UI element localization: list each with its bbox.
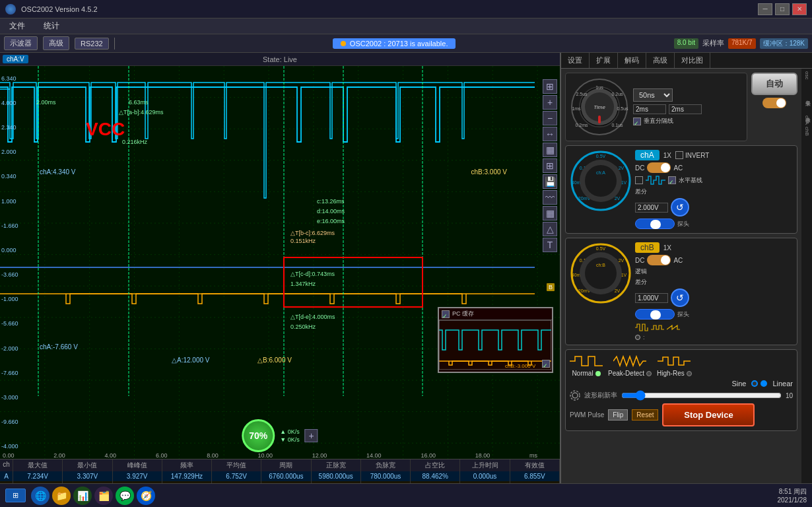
header-ch: ch: [0, 459, 13, 471]
maximize-btn[interactable]: □: [775, 3, 790, 15]
cha-coupling-knob: [661, 163, 670, 172]
cha-hmline-cb[interactable]: [668, 176, 676, 184]
y-label-13: -7.660: [1, 370, 34, 376]
t-0: 0.00: [3, 452, 15, 459]
t-btn[interactable]: T: [543, 238, 557, 252]
taskbar-app-1[interactable]: 📁: [52, 487, 71, 505]
zoom-out-btn[interactable]: −: [543, 111, 557, 125]
highres-wave-preview: [658, 354, 691, 368]
waveform-area[interactable]: VCC 6.340 4.000 2.340 2.000 0.340 1.000 …: [0, 66, 560, 459]
title-bar-controls[interactable]: ─ □ ✕: [758, 3, 807, 15]
time-select-row: 50ns 100ns 200ns 1us 2ms: [633, 88, 702, 102]
cha-refresh-btn[interactable]: ↺: [671, 198, 689, 217]
svg-text:1V: 1V: [621, 180, 627, 185]
t-unit: ms: [529, 452, 537, 459]
trig-b-indicator: B: [547, 282, 555, 291]
chb-header: chB 1X: [635, 242, 793, 253]
linear-radio[interactable]: [761, 380, 767, 387]
tab-decode[interactable]: 解码: [618, 53, 646, 68]
bars-btn[interactable]: ▦: [543, 143, 557, 157]
state-live: State: Live: [263, 55, 297, 63]
mode-section: Normal Peak-Detect: [565, 349, 797, 431]
reset-btn[interactable]: Reset: [632, 409, 658, 421]
close-btn[interactable]: ✕: [792, 3, 807, 15]
grid-btn[interactable]: ⊞: [543, 158, 557, 173]
auto-btn[interactable]: 自动: [751, 73, 797, 95]
toolbar-rs232-btn[interactable]: RS232: [75, 38, 109, 50]
time-input-1[interactable]: [633, 104, 666, 114]
chb-coupling-knob: [661, 255, 670, 265]
chb-volt-label: chB:3.000 V: [471, 168, 507, 176]
toolbar-scope-btn[interactable]: 示波器: [4, 36, 38, 50]
zoom-buttons[interactable]: ⊞ + − ↔ ▦ ⊞ 💾 〰 ▦ △ T: [543, 79, 557, 252]
cha-ac-label: AC: [673, 164, 683, 172]
chb-logic-label: 逻辑: [635, 267, 647, 276]
taskbar-app-4[interactable]: 💬: [116, 487, 134, 505]
minimize-btn[interactable]: ─: [758, 3, 772, 15]
save-btn[interactable]: 💾: [543, 174, 557, 189]
chb-volt-input[interactable]: [635, 293, 668, 303]
pc-cache-confirm-cb[interactable]: [542, 360, 550, 368]
cha-probe-slider[interactable]: [635, 219, 675, 229]
t-4: 4.00: [105, 452, 117, 459]
time-knob-svg: 1us 0.2us 0.5us 0.1us 0.2ms 1ms 2.5us T: [570, 77, 629, 137]
taskbar-app-0[interactable]: 🌐: [31, 487, 50, 505]
progress-circle: 70%: [242, 419, 275, 452]
sine-linear-row: Sine Linear: [570, 380, 793, 388]
chb-refresh-btn[interactable]: ↺: [671, 288, 689, 307]
pc-cache-checkbox[interactable]: [442, 310, 450, 318]
zoom-arrow-btn[interactable]: ↔: [543, 127, 557, 141]
sine-radio[interactable]: [751, 380, 758, 387]
main-area: chA:V State: Live: [0, 53, 812, 507]
chb-knob-svg: 0.5V 0.2V 1V 2V 20mV 40mV 0.1V ch:B: [570, 242, 632, 305]
wave-rate-slider[interactable]: [621, 390, 782, 401]
chb-pulse-icon: [651, 323, 664, 332]
cha-volt-input[interactable]: [635, 203, 668, 213]
time-select[interactable]: 50ns 100ns 200ns 1us 2ms: [633, 88, 673, 102]
chb-logic-row: 逻辑: [635, 267, 793, 276]
trig-b-badge: B: [547, 283, 555, 291]
time-knob-container[interactable]: 1us 0.2us 0.5us 0.1us 0.2ms 1ms 2.5us T: [570, 77, 629, 137]
toolbar: 示波器 高级 RS232 OSC2002 : 20713 is availabl…: [0, 34, 812, 53]
osc-toggle[interactable]: [762, 98, 786, 108]
toolbar-advanced-btn[interactable]: 高级: [43, 36, 69, 50]
tab-advanced[interactable]: 高级: [646, 53, 675, 68]
menu-stats[interactable]: 统计: [40, 19, 63, 33]
chb-knob-container[interactable]: 0.5V 0.2V 1V 2V 20mV 40mV 0.1V ch:B: [570, 242, 632, 305]
ab-delta-label: △A:12.000 V: [172, 356, 209, 364]
cha-knob-container[interactable]: 0.5V 0.2V 1V 2V 20mV 40mV 0.1V: [570, 150, 632, 213]
stop-device-btn[interactable]: Stop Device: [662, 403, 755, 426]
speed-up: ▲ 0K/s: [280, 428, 299, 435]
taskbar-app-3[interactable]: 🗂️: [94, 487, 113, 505]
annot-td-e: △T[d-e]:4.000ms: [290, 314, 335, 320]
chb-probe-slider[interactable]: [635, 309, 675, 320]
cha-invert-cb[interactable]: [675, 151, 683, 159]
t-12: 12.00: [312, 452, 327, 459]
annot-ta-b: △T[a-b]:4.629ms: [119, 109, 164, 116]
start-btn[interactable]: ⊞: [5, 489, 26, 502]
svg-point-71: [570, 391, 580, 400]
table-btn[interactable]: ▦: [543, 206, 557, 220]
zoom-fit-btn[interactable]: ⊞: [543, 79, 557, 94]
tab-compare[interactable]: 对比图: [675, 53, 710, 68]
pc-cache-check[interactable]: [542, 360, 550, 370]
cha-coupling-toggle[interactable]: [647, 162, 671, 173]
cha-wave-icon: [646, 175, 665, 186]
tab-expand[interactable]: 扩展: [590, 53, 618, 68]
taskbar-app-2[interactable]: 📊: [73, 487, 92, 505]
separator-checkbox[interactable]: [633, 118, 641, 125]
taskbar-app-5[interactable]: 🧭: [137, 487, 155, 505]
wave-view-btn[interactable]: 〰: [543, 190, 557, 205]
rowa-avg: 6.752V: [212, 471, 261, 481]
cha-baseline-cb[interactable]: [635, 176, 643, 184]
flip-btn[interactable]: Flip: [608, 409, 628, 421]
chb-coupling-toggle[interactable]: [647, 255, 671, 265]
menu-file[interactable]: 文件: [5, 19, 29, 33]
zoom-in-btn[interactable]: +: [543, 95, 557, 110]
zoom-plus-btn[interactable]: +: [305, 429, 318, 442]
tri-btn[interactable]: △: [543, 222, 557, 236]
cha-diff-label: 差分: [635, 187, 647, 196]
time-input-2[interactable]: [669, 104, 702, 114]
tab-settings[interactable]: 设置: [561, 53, 590, 68]
svg-text:1us: 1us: [595, 85, 603, 90]
